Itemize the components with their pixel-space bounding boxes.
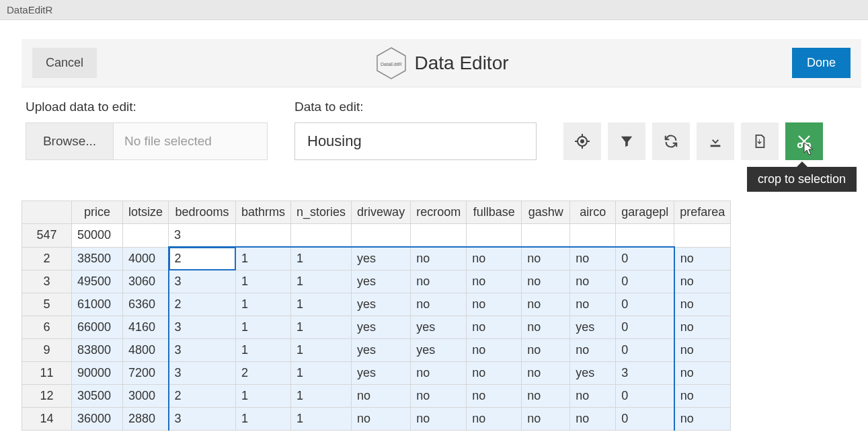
cell[interactable]: 1 [236, 316, 291, 339]
cell[interactable]: no [674, 293, 731, 316]
cell[interactable]: 1 [291, 293, 352, 316]
done-button[interactable]: Done [792, 48, 851, 78]
cell[interactable]: no [674, 247, 731, 270]
cell[interactable]: 1 [236, 408, 291, 431]
cell[interactable]: no [570, 293, 616, 316]
cell[interactable]: no [570, 270, 616, 293]
cell[interactable]: yes [570, 316, 616, 339]
col-header-bathrms[interactable]: bathrms [236, 201, 291, 224]
col-header-bedrooms[interactable]: bedrooms [169, 201, 236, 224]
col-header-prefarea[interactable]: prefarea [674, 201, 731, 224]
cell[interactable]: no [467, 316, 522, 339]
cell[interactable]: no [467, 339, 522, 362]
cell[interactable]: 1 [291, 316, 352, 339]
cell[interactable]: 4000 [123, 247, 169, 270]
cell[interactable]: no [674, 362, 731, 385]
cell[interactable]: no [674, 270, 731, 293]
save-file-button[interactable] [741, 122, 779, 160]
cell[interactable] [236, 224, 291, 248]
col-header-price[interactable]: price [72, 201, 123, 224]
cell[interactable]: no [411, 385, 467, 408]
cell[interactable]: no [467, 247, 522, 270]
cell[interactable]: no [674, 339, 731, 362]
cell[interactable]: 49500 [72, 270, 123, 293]
cell[interactable]: 0 [616, 293, 674, 316]
col-header-recroom[interactable]: recroom [411, 201, 467, 224]
cell[interactable]: 3 [169, 224, 236, 248]
cancel-button[interactable]: Cancel [32, 48, 97, 78]
cell[interactable]: no [411, 408, 467, 431]
cell[interactable]: 3 [169, 316, 236, 339]
table-row[interactable]: 9838004800311yesyesnonono0no [22, 339, 731, 362]
cell[interactable]: no [522, 408, 570, 431]
cell[interactable]: no [522, 293, 570, 316]
cell[interactable] [352, 224, 411, 248]
filter-button[interactable] [608, 122, 645, 160]
data-select-input[interactable] [294, 122, 537, 160]
cell[interactable] [467, 224, 522, 248]
cell[interactable]: 2880 [123, 408, 169, 431]
cell[interactable]: no [570, 247, 616, 270]
cell[interactable]: no [467, 270, 522, 293]
target-button[interactable] [563, 122, 601, 160]
table-row[interactable]: 14360002880311nonononono0no [22, 408, 731, 431]
col-header-lotsize[interactable]: lotsize [123, 201, 169, 224]
browse-button[interactable]: Browse... [26, 123, 114, 159]
cell[interactable]: 90000 [72, 362, 123, 385]
cell[interactable]: 36000 [72, 408, 123, 431]
cell[interactable]: yes [411, 316, 467, 339]
cell[interactable]: 4800 [123, 339, 169, 362]
row-number[interactable]: 14 [22, 408, 72, 431]
row-number[interactable]: 5 [22, 293, 72, 316]
col-header-gashw[interactable]: gashw [522, 201, 570, 224]
cell[interactable] [411, 224, 467, 248]
cell[interactable] [570, 224, 616, 248]
download-button[interactable] [697, 122, 734, 160]
cell[interactable]: 61000 [72, 293, 123, 316]
cell[interactable]: no [522, 362, 570, 385]
col-header-driveway[interactable]: driveway [352, 201, 411, 224]
cell[interactable]: 7200 [123, 362, 169, 385]
cell[interactable]: no [411, 270, 467, 293]
sync-button[interactable] [652, 122, 690, 160]
cell[interactable]: 1 [291, 408, 352, 431]
cell[interactable]: 3 [169, 362, 236, 385]
row-number[interactable]: 547 [22, 224, 72, 248]
cell[interactable]: 0 [616, 339, 674, 362]
cell[interactable]: 1 [236, 270, 291, 293]
cell[interactable]: yes [352, 362, 411, 385]
cell[interactable]: yes [352, 247, 411, 270]
cut-button[interactable]: crop to selection [785, 122, 823, 160]
table-body[interactable]: 5475000032385004000211yesnononono0no3495… [22, 224, 731, 431]
row-number[interactable]: 11 [22, 362, 72, 385]
cell[interactable]: 66000 [72, 316, 123, 339]
cell[interactable]: 1 [291, 339, 352, 362]
cell[interactable]: 2 [236, 362, 291, 385]
cell[interactable]: 4160 [123, 316, 169, 339]
cell[interactable]: no [674, 316, 731, 339]
cell[interactable] [291, 224, 352, 248]
row-number[interactable]: 6 [22, 316, 72, 339]
cell[interactable] [674, 224, 731, 248]
cell[interactable]: no [467, 293, 522, 316]
cell[interactable]: 3060 [123, 270, 169, 293]
col-header-row[interactable] [22, 201, 72, 224]
table-row[interactable]: 11900007200321yesnononoyes3no [22, 362, 731, 385]
file-input[interactable]: Browse... No file selected [26, 122, 268, 160]
cell[interactable] [616, 224, 674, 248]
cell[interactable]: no [570, 385, 616, 408]
cell[interactable]: 2 [169, 385, 236, 408]
cell[interactable]: 50000 [72, 224, 123, 248]
cell[interactable]: yes [352, 293, 411, 316]
cell[interactable]: 0 [616, 385, 674, 408]
cell[interactable]: 3 [169, 339, 236, 362]
cell[interactable]: no [522, 385, 570, 408]
cell[interactable]: no [570, 408, 616, 431]
cell[interactable]: 1 [291, 270, 352, 293]
cell[interactable]: no [522, 270, 570, 293]
cell[interactable]: 3 [169, 270, 236, 293]
cell[interactable]: 1 [236, 385, 291, 408]
table-row[interactable]: 3495003060311yesnononono0no [22, 270, 731, 293]
cell[interactable]: no [674, 385, 731, 408]
col-header-fullbase[interactable]: fullbase [467, 201, 522, 224]
